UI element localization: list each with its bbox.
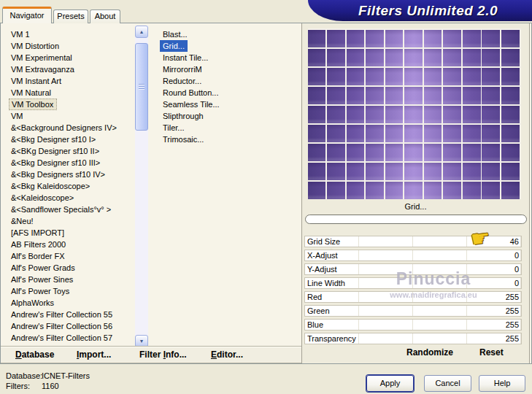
navigator-tab-page: VM 1VM DistortionVM ExperimentalVM Extra… xyxy=(0,23,532,364)
filter-category-item[interactable]: Alf's Power Grads xyxy=(5,262,134,274)
filter-category-item[interactable]: &<Sandflower Specials°v° > xyxy=(5,204,134,215)
app-title: Filters Unlimited 2.0 xyxy=(308,3,532,19)
tab-presets[interactable]: Presets xyxy=(53,9,88,23)
param-value: 255 xyxy=(506,320,519,330)
filter-category-item[interactable]: &<Bkg Kaleidoscope> xyxy=(5,180,134,192)
filter-category-item[interactable]: Andrew's Filter Collection 55 xyxy=(5,309,134,320)
param-value: 0 xyxy=(514,278,519,288)
scrollbar-thumb[interactable] xyxy=(135,43,148,131)
scrollbar-thumb-grip-icon xyxy=(139,84,144,90)
param-value: 255 xyxy=(506,333,519,344)
menu-label: nfo... xyxy=(166,349,187,360)
filter-item[interactable]: Blast... xyxy=(160,28,291,40)
tab-about[interactable]: About xyxy=(90,9,120,23)
menu-label: atabase xyxy=(22,349,55,360)
filter-category-item[interactable]: &<Kaleidoscope> xyxy=(5,192,134,204)
filter-category-item[interactable]: &<Background Designers IV> xyxy=(5,122,134,134)
filter-category-item[interactable]: VM 1 xyxy=(5,28,134,40)
param-value: 0 xyxy=(514,250,519,260)
param-label: Y-Adjust xyxy=(307,264,337,274)
preview-caption: Grid... xyxy=(302,202,529,211)
filter-item[interactable]: Reductor... xyxy=(160,75,291,87)
randomize-button[interactable]: Randomize xyxy=(406,347,453,358)
filter-item[interactable]: Slipthrough xyxy=(160,110,291,122)
status-database-value: ICNET-Filters xyxy=(42,371,90,381)
param-value: 255 xyxy=(506,292,519,302)
filter-category-item[interactable]: VM xyxy=(5,110,134,122)
filters-unlimited-dialog: Filters Unlimited 2.0 Navigator Presets … xyxy=(0,0,532,394)
param-label: Transparency xyxy=(307,333,356,344)
pointing-hand-icon: ☛ xyxy=(469,226,492,250)
param-row-y-adjust[interactable]: Y-Adjust 0 xyxy=(304,263,522,275)
category-list-scrollbar[interactable]: ▲ ▼ xyxy=(135,26,148,347)
filter-category-item[interactable]: VM Instant Art xyxy=(5,75,134,87)
status-filters-value: 1160 xyxy=(42,382,59,391)
title-banner: Filters Unlimited 2.0 xyxy=(308,0,532,21)
import-menu-item[interactable]: Import... xyxy=(77,349,111,360)
param-row-x-adjust[interactable]: X-Adjust 0 xyxy=(304,250,522,261)
cancel-button[interactable]: Cancel xyxy=(424,375,471,392)
filter-category-item[interactable]: VM Toolbox xyxy=(9,98,57,110)
filter-item[interactable]: Instant Tile... xyxy=(160,52,291,63)
param-label: Grid Size xyxy=(307,236,340,247)
scrollbar-up-arrow-icon[interactable]: ▲ xyxy=(135,26,148,38)
param-row-red[interactable]: Red 255 xyxy=(304,291,522,303)
param-value: 0 xyxy=(514,264,519,274)
editor-menu-item[interactable]: Editor... xyxy=(211,349,243,360)
filter-category-item[interactable]: VM Distortion xyxy=(5,40,134,52)
reset-button[interactable]: Reset xyxy=(479,347,504,358)
preview-panel: Grid... Grid Size 46 X-Adjust 0 Y-Adjust… xyxy=(301,23,530,363)
filter-item[interactable]: Round Button... xyxy=(160,87,291,98)
param-row-blue[interactable]: Blue 255 xyxy=(304,319,522,331)
render-progress-bar xyxy=(305,215,527,224)
param-label: Blue xyxy=(307,320,323,330)
filter-category-item[interactable]: &<Bkg Designers sf10 IV> xyxy=(5,169,134,180)
database-menu-item[interactable]: Database xyxy=(15,349,54,360)
tab-navigator[interactable]: Navigator xyxy=(2,7,52,23)
filter-category-item[interactable]: [AFS IMPORT] xyxy=(5,227,134,239)
filter-category-item[interactable]: Alf's Border FX xyxy=(5,250,134,262)
filter-info-menu-item[interactable]: Filter Info... xyxy=(139,349,187,360)
help-button[interactable]: Help xyxy=(479,375,525,392)
menu-label: Filter xyxy=(139,349,163,360)
status-database-label: Database: xyxy=(6,371,42,381)
param-row-transparency[interactable]: Transparency 255 xyxy=(304,333,522,344)
filter-category-item[interactable]: Alf's Power Toys xyxy=(5,285,134,297)
filter-category-item[interactable]: &<Bkg Designer sf10 III> xyxy=(5,157,134,169)
filter-item[interactable]: Grid... xyxy=(160,40,188,52)
filter-category-item[interactable]: &Neu! xyxy=(5,215,134,227)
filter-item[interactable]: Seamless Tile... xyxy=(160,98,291,110)
filter-category-item[interactable]: &<Bkg Designer sf10 I> xyxy=(5,134,134,145)
filter-category-item[interactable]: &<BKg Designer sf10 II> xyxy=(5,145,134,157)
filter-category-item[interactable]: Andrew's Filter Collection 56 xyxy=(5,320,134,332)
filter-category-item[interactable]: Alf's Power Sines xyxy=(5,274,134,285)
filter-item[interactable]: Tiler... xyxy=(160,122,291,134)
param-row-line-width[interactable]: Line Width 0 xyxy=(304,277,522,289)
filter-preview-image xyxy=(308,28,521,199)
mnemonic: D xyxy=(15,349,22,360)
filter-category-item[interactable]: AB Filters 2000 xyxy=(5,239,134,250)
filter-category-item[interactable]: Andrew's Filter Collection 57 xyxy=(5,332,134,344)
filter-item[interactable]: MirrororriM xyxy=(160,63,291,75)
param-value: 255 xyxy=(506,306,519,316)
bottom-menu-bar: Database Import... Filter Info... Editor… xyxy=(1,346,301,363)
filter-item[interactable]: Trimosaic... xyxy=(160,134,291,145)
param-value: 46 xyxy=(510,236,519,247)
param-label: Line Width xyxy=(307,278,345,288)
param-label: X-Adjust xyxy=(307,250,338,260)
filter-category-item[interactable]: VM Experimental xyxy=(5,52,134,63)
status-filters-label: Filters: xyxy=(6,382,30,391)
param-label: Green xyxy=(307,306,330,316)
filter-category-item[interactable]: VM Extravaganza xyxy=(5,63,134,75)
param-row-green[interactable]: Green 255 xyxy=(304,305,522,317)
param-label: Red xyxy=(307,292,322,302)
menu-label: ditor... xyxy=(217,349,243,360)
filter-category-item[interactable]: AlphaWorks xyxy=(5,297,134,309)
mnemonic: E xyxy=(211,349,217,360)
filter-category-item[interactable]: VM Natural xyxy=(5,87,134,98)
apply-button[interactable]: Apply xyxy=(366,375,414,392)
filter-category-list: VM 1VM DistortionVM ExperimentalVM Extra… xyxy=(5,28,134,344)
menu-label: mport... xyxy=(79,349,111,360)
filter-list: Blast...Grid...Instant Tile...Mirrororri… xyxy=(160,28,291,145)
